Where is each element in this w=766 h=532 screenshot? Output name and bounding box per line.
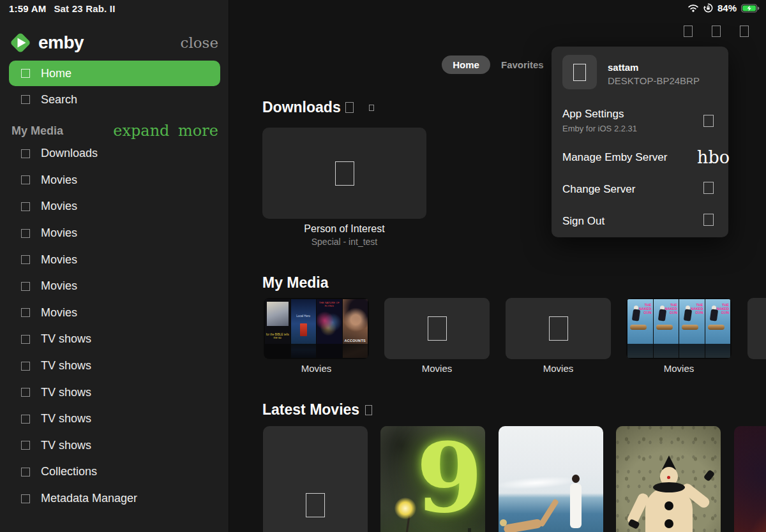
movies-icon <box>21 308 30 317</box>
sidebar-item-movies[interactable]: Movies <box>9 246 220 273</box>
poster-reflection <box>317 344 342 358</box>
sidebar-item-metadata-manager[interactable]: Metadata Manager <box>9 485 220 512</box>
sidebar-item-collections[interactable]: Collections <box>9 459 220 485</box>
download-item-card[interactable] <box>262 128 426 219</box>
media-placeholder-icon <box>335 161 354 186</box>
sidebar-item-label: Home <box>41 67 71 80</box>
section-title: Latest Movies <box>262 401 359 418</box>
collections-icon <box>21 468 30 477</box>
library-tile-movies[interactable] <box>384 298 490 359</box>
poster-reflection <box>291 344 317 358</box>
tile-label: Movies <box>626 363 732 374</box>
cast-icon[interactable] <box>684 26 693 37</box>
tvshows-icon <box>21 362 30 371</box>
movie-poster-nine[interactable]: 9 <box>380 426 485 532</box>
chevron-right-icon[interactable] <box>365 405 372 415</box>
poster-bible-art: for the BIBLE tells me so <box>265 299 290 344</box>
poster-naked-gun-art: THENAKEDGUN <box>679 299 705 344</box>
header-toolbar <box>684 26 749 37</box>
poster-reflection <box>654 344 679 358</box>
sign-out-icon[interactable] <box>703 214 714 226</box>
sidebar-item-tvshows[interactable]: TV shows <box>9 326 220 353</box>
sidebar-item-movies[interactable]: Movies <box>9 193 220 220</box>
dashboard-icon[interactable]: hbo <box>697 147 730 167</box>
downloads-section-header: Downloads <box>262 99 374 116</box>
poster-reflection <box>343 344 368 358</box>
library-tile-movies-nakedgun[interactable]: THENAKEDGUN THENAKEDGUN THENAKEDGUN THEN… <box>626 298 732 359</box>
search-icon <box>21 95 30 104</box>
expand-more-icon[interactable]: expand more <box>113 122 218 140</box>
sidebar-item-tvshows[interactable]: TV shows <box>9 432 220 459</box>
avatar-placeholder-icon <box>573 64 586 81</box>
sidebar-item-movies[interactable]: Movies <box>9 220 220 247</box>
movies-icon <box>21 175 30 184</box>
sidebar-item-label: Search <box>41 93 77 107</box>
section-title: Downloads <box>262 99 341 116</box>
menu-item-app-settings[interactable]: App Settings <box>562 108 624 121</box>
emby-wordmark: emby <box>38 33 84 53</box>
settings-icon[interactable] <box>703 115 714 127</box>
poster-accounts-art: ACCOUNTS <box>343 299 368 344</box>
user-avatar[interactable] <box>562 55 597 89</box>
battery-charging-icon <box>741 4 760 13</box>
sidebar-item-tvshows[interactable]: TV shows <box>9 353 220 380</box>
sidebar-section-header: My Media expand more <box>11 122 218 139</box>
tvshows-icon <box>21 335 30 344</box>
sidebar-item-movies[interactable]: Movies <box>9 167 220 194</box>
ios-status-bar: 1:59 AMSat 23 Rab. II 84% <box>0 0 766 15</box>
status-indicators: 84% <box>687 3 760 13</box>
user-name: sattam <box>608 62 638 73</box>
sidebar-logo-row: emby close <box>8 29 218 56</box>
server-name: DESKTOP-BP24BRP <box>608 75 700 86</box>
emby-logo-icon <box>8 30 33 55</box>
library-tile-partial[interactable] <box>747 298 766 359</box>
menu-item-change-server[interactable]: Change Server <box>562 183 635 196</box>
rotation-lock-icon <box>703 3 713 13</box>
poster-naked-gun-art: THENAKEDGUN <box>705 299 731 344</box>
movie-poster-clown[interactable] <box>616 426 721 532</box>
app-version-label: Emby for iOS 2.2.31 <box>562 124 637 133</box>
status-time: 1:59 AM <box>9 3 46 14</box>
battery-percent: 84% <box>717 3 737 13</box>
library-tile-movies-collage[interactable]: for the BIBLE tells me so Local Hero THE… <box>264 298 369 359</box>
library-tile-movies[interactable] <box>506 298 611 359</box>
movies-icon <box>21 202 30 211</box>
chevron-right-icon[interactable] <box>345 102 354 113</box>
change-server-icon[interactable] <box>703 182 714 194</box>
sidebar-item-movies[interactable]: Movies <box>9 273 220 300</box>
movie-poster-beach[interactable] <box>499 426 603 532</box>
poster-reflection <box>627 344 653 358</box>
sidebar-item-tvshows[interactable]: TV shows <box>9 379 220 406</box>
movie-poster-placeholder[interactable] <box>263 426 368 532</box>
poster-naked-gun-art: THENAKEDGUN <box>654 299 679 344</box>
nine-glyph: 9 <box>416 430 483 526</box>
media-placeholder-icon <box>428 316 447 341</box>
sidebar-media-list: Downloads Movies Movies Movies Movies Mo… <box>9 140 220 512</box>
latest-movies-section-header: Latest Movies <box>262 401 372 418</box>
menu-item-manage-server[interactable]: Manage Emby Server <box>562 151 667 164</box>
user-profile-icon[interactable] <box>740 26 749 37</box>
sidebar-item-home[interactable]: Home <box>9 61 220 86</box>
download-item-title: Person of Interest <box>262 223 426 235</box>
sidebar-item-downloads[interactable]: Downloads <box>9 140 220 167</box>
sidebar-item-movies[interactable]: Movies <box>9 300 220 327</box>
downloads-icon <box>21 149 30 158</box>
media-placeholder-icon <box>306 493 325 517</box>
wifi-icon <box>687 4 699 12</box>
sidebar-item-tvshows[interactable]: TV shows <box>9 406 220 432</box>
close-icon[interactable]: close <box>181 34 219 51</box>
search-icon[interactable] <box>712 26 721 37</box>
tab-home[interactable]: Home <box>442 55 490 74</box>
media-placeholder-icon <box>549 316 568 341</box>
menu-item-sign-out[interactable]: Sign Out <box>562 215 605 228</box>
movies-icon <box>21 282 30 291</box>
tab-favorites[interactable]: Favorites <box>501 55 544 74</box>
tile-label: Movies <box>384 363 490 374</box>
download-item-subtitle: Special - int_test <box>262 237 426 247</box>
movies-icon <box>21 255 30 264</box>
status-time-date: 1:59 AMSat 23 Rab. II <box>9 3 116 14</box>
sidebar-item-search[interactable]: Search <box>9 89 220 110</box>
home-icon <box>21 69 30 78</box>
poster-reflection <box>705 344 731 358</box>
movie-poster-partial[interactable] <box>734 426 766 532</box>
